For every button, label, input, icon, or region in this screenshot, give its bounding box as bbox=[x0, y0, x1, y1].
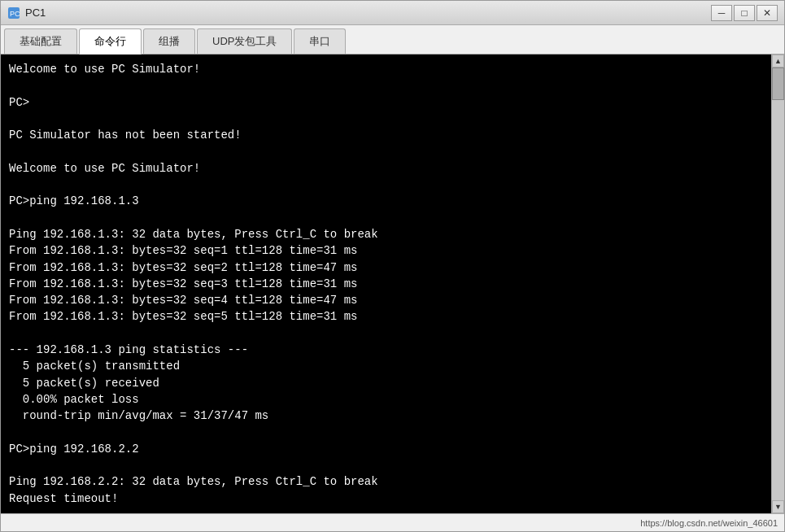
main-window: PC PC1 ─ □ ✕ 基础配置 命令行 组播 UDP发包工具 串口 Welc… bbox=[0, 0, 785, 532]
terminal-output[interactable]: Welcome to use PC Simulator! PC> PC Simu… bbox=[1, 55, 771, 513]
window-title: PC1 bbox=[25, 7, 711, 19]
window-controls: ─ □ ✕ bbox=[711, 5, 778, 21]
tab-udp[interactable]: UDP发包工具 bbox=[197, 28, 292, 54]
terminal-wrapper: Welcome to use PC Simulator! PC> PC Simu… bbox=[1, 55, 784, 513]
tab-cmd[interactable]: 命令行 bbox=[79, 28, 142, 55]
maximize-button[interactable]: □ bbox=[734, 5, 755, 21]
scrollbar[interactable]: ▲ ▼ bbox=[771, 55, 784, 513]
tab-bar: 基础配置 命令行 组播 UDP发包工具 串口 bbox=[1, 25, 784, 55]
tab-group[interactable]: 组播 bbox=[143, 28, 195, 54]
tab-basic[interactable]: 基础配置 bbox=[4, 28, 77, 54]
scrollbar-up-button[interactable]: ▲ bbox=[772, 55, 784, 68]
scrollbar-thumb[interactable] bbox=[772, 68, 784, 100]
svg-text:PC: PC bbox=[10, 10, 20, 18]
status-bar: https://blog.csdn.net/weixin_46601 bbox=[1, 513, 784, 531]
minimize-button[interactable]: ─ bbox=[711, 5, 732, 21]
scrollbar-track[interactable] bbox=[772, 68, 784, 500]
window-icon: PC bbox=[7, 7, 20, 20]
scrollbar-down-button[interactable]: ▼ bbox=[772, 500, 784, 513]
status-text: https://blog.csdn.net/weixin_46601 bbox=[640, 518, 778, 528]
title-bar: PC PC1 ─ □ ✕ bbox=[1, 1, 784, 25]
close-button[interactable]: ✕ bbox=[757, 5, 778, 21]
tab-serial[interactable]: 串口 bbox=[294, 28, 346, 54]
